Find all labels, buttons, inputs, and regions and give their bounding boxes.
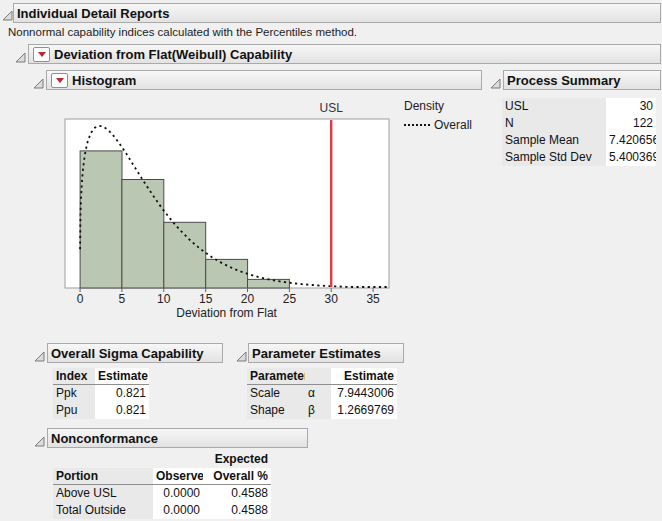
row-label: Ppu	[53, 402, 95, 419]
row-value: 0.4588	[203, 485, 271, 502]
nonconformance-title: Nonconformance	[51, 431, 158, 446]
overall-sigma-title: Overall Sigma Capability	[51, 346, 203, 361]
greek-symbol: β	[305, 402, 331, 419]
histogram-title: Histogram	[72, 73, 136, 88]
dotted-line-icon	[404, 124, 430, 126]
column-header: Estimate	[331, 368, 397, 385]
column-header: Parameter	[247, 368, 305, 385]
svg-text:0: 0	[77, 292, 84, 306]
row-label: Sample Std Dev	[502, 149, 606, 166]
column-header: Observed %	[153, 468, 203, 485]
row-value: 1.2669769	[331, 402, 397, 419]
row-label: Ppk	[53, 385, 95, 402]
svg-text:20: 20	[241, 292, 255, 306]
disclosure-triangle-icon[interactable]	[2, 7, 13, 18]
method-note: Nonnormal capability indices calculated …	[8, 26, 357, 38]
legend-entry-overall: Overall	[434, 118, 472, 132]
red-triangle-icon	[56, 78, 64, 83]
row-label: N	[502, 115, 606, 132]
row-value: 7.9443006	[331, 385, 397, 402]
greek-symbol: α	[305, 385, 331, 402]
row-value: 0.0000	[153, 485, 203, 502]
disclosure-triangle-icon[interactable]	[236, 348, 247, 359]
red-triangle-menu-button[interactable]	[51, 73, 68, 88]
svg-text:10: 10	[157, 292, 171, 306]
svg-text:35: 35	[366, 292, 380, 306]
row-label: Shape	[247, 402, 305, 419]
row-value: 0.821	[95, 385, 149, 402]
header-parameter-estimates[interactable]: Parameter Estimates	[248, 343, 404, 363]
header-individual-detail-reports[interactable]: Individual Detail Reports	[13, 3, 661, 23]
svg-text:30: 30	[325, 292, 339, 306]
capability-section-title: Deviation from Flat(Weibull) Capability	[54, 47, 292, 62]
disclosure-triangle-icon[interactable]	[34, 433, 45, 444]
svg-text:25: 25	[283, 292, 297, 306]
row-label: USL	[502, 98, 606, 115]
process-summary-table: USL 30 N 122 Sample Mean 7.420656 Sample…	[502, 98, 656, 166]
header-overall-sigma-capability[interactable]: Overall Sigma Capability	[47, 343, 223, 363]
row-value: 0.0000	[153, 502, 203, 519]
row-label: Scale	[247, 385, 305, 402]
header-nonconformance[interactable]: Nonconformance	[47, 428, 308, 448]
histogram-plot[interactable]: USL05101520253035Deviation from Flat	[60, 98, 400, 325]
row-value: 7.420656	[606, 132, 656, 149]
column-header: Estimate	[95, 368, 149, 385]
legend-title: Density	[404, 99, 472, 113]
svg-text:USL: USL	[320, 101, 344, 115]
nonconformance-table: Expected Portion Observed % Overall % Ab…	[53, 451, 271, 519]
disclosure-triangle-icon[interactable]	[34, 348, 45, 359]
row-value: 0.821	[95, 402, 149, 419]
process-summary-title: Process Summary	[507, 73, 620, 88]
parameter-estimates-title: Parameter Estimates	[252, 346, 381, 361]
spacer	[153, 451, 203, 468]
report-window: Individual Detail Reports Nonnormal capa…	[0, 0, 662, 521]
red-triangle-icon	[38, 52, 46, 57]
svg-text:Deviation from Flat: Deviation from Flat	[176, 306, 277, 320]
header-histogram[interactable]: Histogram	[46, 70, 482, 90]
disclosure-triangle-icon[interactable]	[490, 75, 501, 86]
page-title: Individual Detail Reports	[17, 6, 169, 21]
row-value: 122	[606, 115, 656, 132]
svg-text:5: 5	[119, 292, 126, 306]
column-header	[305, 368, 331, 385]
row-value: 30	[606, 98, 656, 115]
row-label: Above USL	[53, 485, 153, 502]
header-capability-section[interactable]: Deviation from Flat(Weibull) Capability	[28, 44, 661, 64]
parameter-estimates-table: Parameter Estimate Scale α 7.9443006 Sha…	[247, 368, 397, 419]
column-header: Portion	[53, 468, 153, 485]
red-triangle-menu-button[interactable]	[33, 47, 50, 62]
column-header: Expected	[203, 451, 271, 468]
disclosure-triangle-icon[interactable]	[33, 75, 44, 86]
disclosure-triangle-icon[interactable]	[15, 49, 26, 60]
column-header: Overall %	[203, 468, 271, 485]
plot-legend: Density Overall	[404, 99, 472, 132]
header-process-summary[interactable]: Process Summary	[503, 70, 661, 90]
svg-text:15: 15	[199, 292, 213, 306]
column-header: Index	[53, 368, 95, 385]
spacer	[53, 451, 153, 468]
row-label: Sample Mean	[502, 132, 606, 149]
row-value: 0.4588	[203, 502, 271, 519]
overall-sigma-table: Index Estimate Ppk 0.821 Ppu 0.821	[53, 368, 149, 419]
row-value: 5.400369	[606, 149, 656, 166]
row-label: Total Outside	[53, 502, 153, 519]
